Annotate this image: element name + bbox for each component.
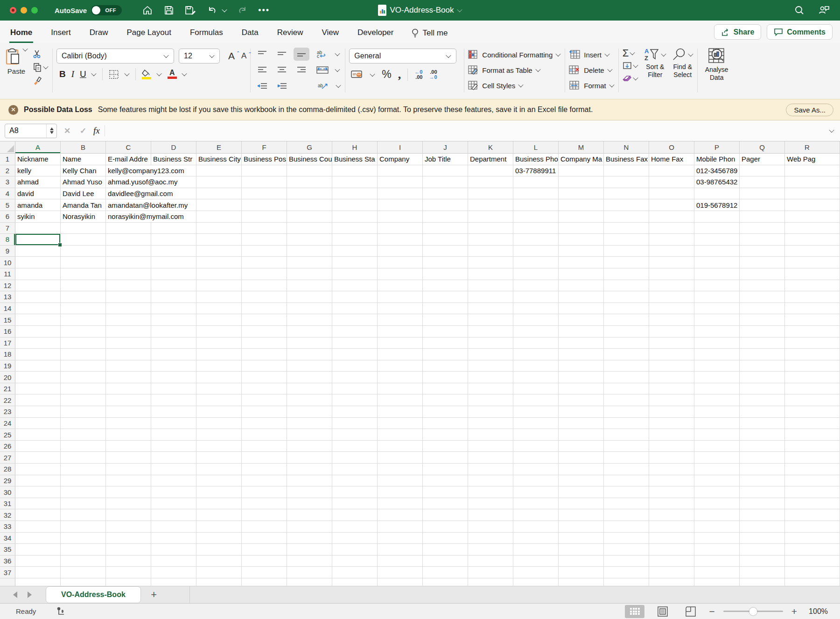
cell-K9[interactable] — [468, 246, 513, 257]
cell-F8[interactable] — [242, 234, 287, 246]
column-header-B[interactable]: B — [61, 141, 106, 154]
cell-O7[interactable] — [649, 223, 694, 234]
cell-E1[interactable]: Business City — [196, 154, 242, 165]
cell-C27[interactable] — [106, 452, 151, 464]
cell-R4[interactable] — [785, 188, 840, 200]
cell-Q36[interactable] — [740, 556, 785, 567]
fill-color-chevron-icon[interactable] — [157, 72, 162, 76]
cell-G21[interactable] — [287, 383, 332, 395]
cell-O24[interactable] — [649, 418, 694, 429]
cell-K23[interactable] — [468, 406, 513, 418]
fill-button[interactable] — [623, 61, 638, 70]
cell-G22[interactable] — [287, 394, 332, 406]
cell-J27[interactable] — [423, 452, 468, 464]
align-top-button[interactable] — [254, 48, 270, 61]
cell-E6[interactable] — [196, 211, 242, 223]
row-header-27[interactable]: 27 — [0, 452, 15, 464]
align-left-button[interactable] — [254, 63, 270, 77]
font-color-chevron-icon[interactable] — [182, 72, 187, 76]
cell-O9[interactable] — [649, 246, 694, 257]
cell-A14[interactable] — [15, 303, 61, 315]
cell-P15[interactable] — [694, 314, 740, 326]
cell-B37[interactable] — [61, 567, 106, 578]
cell-L9[interactable] — [513, 246, 559, 257]
cell-H9[interactable] — [332, 246, 378, 257]
cell-E11[interactable] — [196, 268, 242, 280]
format-cells-button[interactable]: Format — [569, 79, 615, 91]
cell-L3[interactable] — [513, 176, 559, 188]
cell-N37[interactable] — [604, 567, 649, 578]
cell-C37[interactable] — [106, 567, 151, 578]
cell-F28[interactable] — [242, 464, 287, 475]
cell-O17[interactable] — [649, 338, 694, 349]
cell-G7[interactable] — [287, 223, 332, 234]
cell-R25[interactable] — [785, 429, 840, 441]
cell-G13[interactable] — [287, 291, 332, 303]
cell-H29[interactable] — [332, 475, 378, 487]
cell-N4[interactable] — [604, 188, 649, 200]
cell-L11[interactable] — [513, 268, 559, 280]
analyse-data-button[interactable]: AnalyseData — [701, 47, 732, 94]
cell-G10[interactable] — [287, 257, 332, 268]
cell-R23[interactable] — [785, 406, 840, 418]
merge-center-chevron-icon[interactable] — [336, 68, 340, 72]
cell-I4[interactable] — [378, 188, 423, 200]
cell-M15[interactable] — [559, 314, 604, 326]
next-sheet-icon[interactable] — [28, 591, 32, 598]
cell-P19[interactable] — [694, 360, 740, 372]
cell-I38[interactable] — [378, 578, 423, 586]
column-header-Q[interactable]: Q — [740, 141, 785, 154]
cell-J28[interactable] — [423, 464, 468, 475]
cell-C17[interactable] — [106, 338, 151, 349]
ribbon-tab-formulas[interactable]: Formulas — [189, 28, 224, 43]
cell-C3[interactable]: ahmad.yusof@aoc.my — [106, 176, 151, 188]
cell-G30[interactable] — [287, 486, 332, 498]
sort-filter-button[interactable]: AZ Sort &Filter — [644, 48, 666, 94]
cell-M30[interactable] — [559, 486, 604, 498]
cell-F34[interactable] — [242, 533, 287, 544]
cell-P37[interactable] — [694, 567, 740, 578]
align-bottom-button[interactable] — [294, 48, 309, 61]
cell-C32[interactable] — [106, 509, 151, 521]
cell-C21[interactable] — [106, 383, 151, 395]
cell-H10[interactable] — [332, 257, 378, 268]
row-header-19[interactable]: 19 — [0, 360, 15, 372]
cell-E5[interactable] — [196, 199, 242, 211]
column-header-G[interactable]: G — [287, 141, 332, 154]
cell-B15[interactable] — [61, 314, 106, 326]
find-select-button[interactable]: Find &Select — [672, 48, 693, 94]
cell-J12[interactable] — [423, 280, 468, 292]
normal-view-button[interactable] — [625, 605, 644, 618]
cell-E19[interactable] — [196, 360, 242, 372]
cell-A12[interactable] — [15, 280, 61, 292]
cell-J31[interactable] — [423, 498, 468, 510]
cell-O8[interactable] — [649, 234, 694, 246]
cell-R2[interactable] — [785, 165, 840, 177]
cell-R20[interactable] — [785, 372, 840, 383]
cell-C13[interactable] — [106, 291, 151, 303]
cell-B31[interactable] — [61, 498, 106, 510]
cell-A23[interactable] — [15, 406, 61, 418]
clear-button[interactable] — [623, 74, 638, 83]
cell-L5[interactable] — [513, 199, 559, 211]
cell-F4[interactable] — [242, 188, 287, 200]
cell-M22[interactable] — [559, 394, 604, 406]
cell-B30[interactable] — [61, 486, 106, 498]
cell-F15[interactable] — [242, 314, 287, 326]
cell-I15[interactable] — [378, 314, 423, 326]
cell-E15[interactable] — [196, 314, 242, 326]
cell-R34[interactable] — [785, 533, 840, 544]
cell-N13[interactable] — [604, 291, 649, 303]
cell-A8[interactable] — [15, 234, 61, 246]
cell-M6[interactable] — [559, 211, 604, 223]
cell-P24[interactable] — [694, 418, 740, 429]
cell-R18[interactable] — [785, 349, 840, 360]
cell-M18[interactable] — [559, 349, 604, 360]
cell-J9[interactable] — [423, 246, 468, 257]
fill-color-button[interactable] — [141, 70, 152, 79]
cell-P10[interactable] — [694, 257, 740, 268]
cell-N26[interactable] — [604, 441, 649, 452]
cell-J8[interactable] — [423, 234, 468, 246]
cell-O19[interactable] — [649, 360, 694, 372]
cell-C14[interactable] — [106, 303, 151, 315]
